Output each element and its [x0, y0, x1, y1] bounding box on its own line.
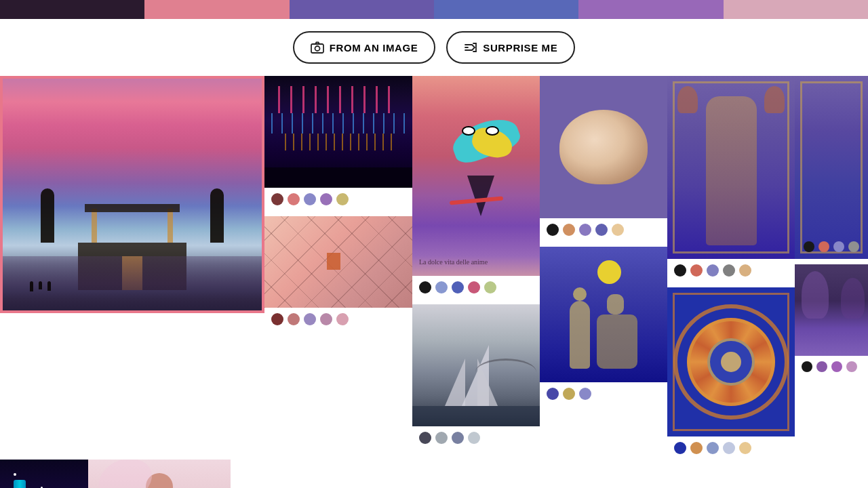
- dot: [595, 224, 608, 236]
- warriors-color-dots: [540, 382, 667, 405]
- dot: [846, 361, 857, 372]
- surprise-me-label: SURPRISE ME: [483, 42, 557, 54]
- gallery-col-6: [795, 76, 868, 460]
- header-buttons: FROM AN IMAGE SURPRISE ME: [0, 19, 868, 76]
- dot: [831, 361, 842, 372]
- gallery-area: La dolce vita delle anime: [0, 76, 868, 488]
- gallery-item-sunset[interactable]: [0, 76, 264, 460]
- surprise-me-button[interactable]: SURPRISE ME: [446, 31, 575, 64]
- gallery-row-2: [0, 460, 868, 488]
- dot: [563, 224, 575, 236]
- dot: [320, 193, 332, 205]
- gallery-item-opera-house[interactable]: [412, 304, 540, 449]
- dot: [435, 432, 448, 444]
- dot: [484, 281, 496, 293]
- gallery-col-2: [264, 76, 412, 460]
- purple-painting-dots: [795, 356, 868, 378]
- color-bar-segment-1: [0, 0, 144, 19]
- dot: [336, 313, 349, 325]
- dot: [579, 388, 591, 400]
- opera-color-dots: [412, 426, 540, 449]
- gallery-item-indian-art[interactable]: [667, 76, 795, 282]
- shell-color-dots: [540, 218, 667, 241]
- gallery-item-partial-indian[interactable]: [795, 76, 868, 259]
- dot: [674, 264, 686, 277]
- gallery-item-space[interactable]: [0, 460, 88, 488]
- dot: [419, 432, 431, 444]
- dot: [707, 264, 719, 277]
- gallery-col-5: [667, 76, 795, 460]
- dot: [707, 442, 719, 454]
- dot: [563, 388, 575, 400]
- gallery-col-2-bottom: [231, 460, 378, 488]
- gallery-item-partial-purple[interactable]: [795, 264, 868, 378]
- gallery-item-mandala[interactable]: [667, 287, 795, 460]
- gallery-item-abstract-faces[interactable]: La dolce vita delle anime: [412, 76, 540, 299]
- color-bar-segment-4: [434, 0, 578, 19]
- dot: [547, 388, 559, 400]
- gallery-col-3-bottom: [378, 460, 521, 488]
- dot: [816, 361, 827, 372]
- dot: [419, 281, 431, 293]
- color-bar-segment-6: [724, 0, 868, 19]
- abstract-color-dots: [412, 276, 540, 299]
- svg-point-1: [315, 46, 319, 51]
- dot: [848, 241, 859, 252]
- camera-icon: [311, 41, 324, 54]
- gallery-col-4-bottom: [521, 460, 663, 488]
- dot: [304, 313, 316, 325]
- gallery-item-shell[interactable]: [540, 76, 667, 241]
- from-image-label: FROM AN IMAGE: [330, 42, 418, 54]
- dot: [468, 432, 480, 444]
- dot: [271, 193, 283, 205]
- from-image-button[interactable]: FROM AN IMAGE: [293, 31, 436, 64]
- dot: [336, 193, 349, 205]
- gallery-item-dancer[interactable]: [88, 460, 231, 488]
- dot: [612, 224, 624, 236]
- dot: [288, 313, 300, 325]
- gallery-col-5-bottom: [663, 460, 745, 488]
- dot: [833, 241, 844, 252]
- dot: [804, 241, 814, 252]
- dot: [547, 224, 559, 236]
- gallery-col-3: La dolce vita delle anime: [412, 76, 540, 460]
- dot: [723, 442, 735, 454]
- gallery-item-grid-art[interactable]: [264, 216, 412, 331]
- gallery-col-4: [540, 76, 667, 460]
- mandala-color-dots: [667, 436, 795, 460]
- color-bar-segment-2: [144, 0, 289, 19]
- dot: [435, 281, 448, 293]
- dot: [452, 432, 464, 444]
- color-bar-segment-5: [578, 0, 723, 19]
- dot: [468, 281, 480, 293]
- dot: [674, 442, 686, 454]
- color-bar-segment-3: [290, 0, 434, 19]
- dot: [320, 313, 332, 325]
- dot: [739, 442, 751, 454]
- gallery-item-warriors[interactable]: [540, 247, 667, 405]
- dot: [802, 361, 812, 372]
- gallery-row-1: La dolce vita delle anime: [0, 76, 868, 460]
- dot: [271, 313, 283, 325]
- dot: [723, 264, 735, 277]
- shuffle-icon: [464, 41, 477, 54]
- indian-art-color-dots: [667, 259, 795, 282]
- gallery-item-hk-neon[interactable]: [264, 76, 412, 211]
- dot: [690, 442, 703, 454]
- hk-color-dots: [264, 188, 412, 211]
- dot: [288, 193, 300, 205]
- grid-art-color-dots: [264, 308, 412, 331]
- dot: [739, 264, 751, 277]
- dot: [579, 224, 591, 236]
- svg-rect-0: [311, 44, 323, 53]
- dot: [452, 281, 464, 293]
- dot: [690, 264, 703, 277]
- top-color-bar: [0, 0, 868, 19]
- dot: [304, 193, 316, 205]
- shell-shape: [559, 110, 648, 184]
- dot: [818, 241, 829, 252]
